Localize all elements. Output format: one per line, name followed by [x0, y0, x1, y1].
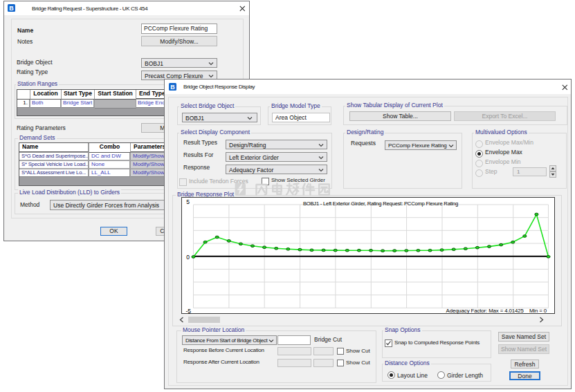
svg-text:BOBJ1 - Left Exterior Girder,: BOBJ1 - Left Exterior Girder, Rating Req… — [303, 200, 458, 207]
svg-text:Adequacy Factor: Max = 4.0142: Adequacy Factor: Max = 4.01425 Min = 0 — [446, 308, 547, 314]
svg-text:5: 5 — [186, 198, 190, 205]
svg-text:-5: -5 — [185, 308, 191, 314]
svg-text:0: 0 — [186, 254, 190, 261]
